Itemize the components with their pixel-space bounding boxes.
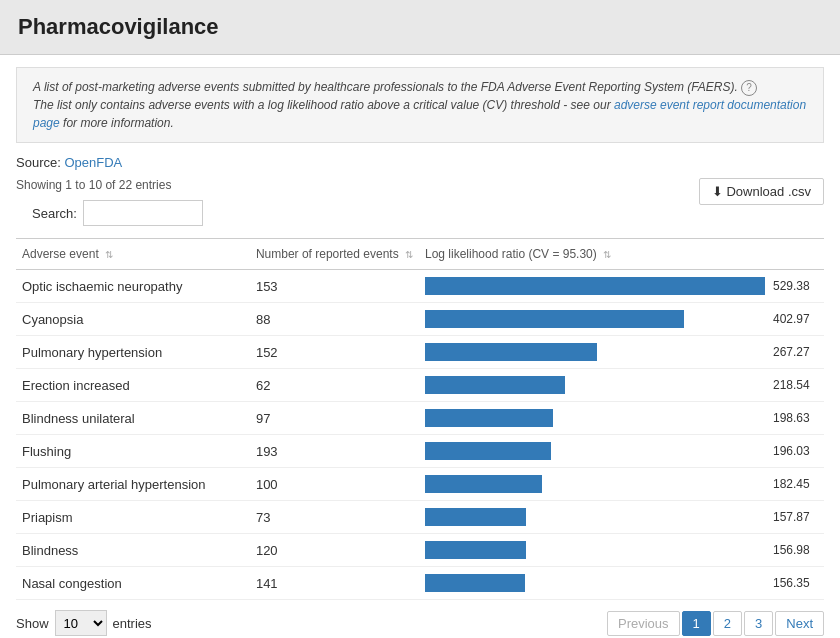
search-label: Search: — [32, 206, 77, 221]
table-row: Priapism73 157.87 — [16, 501, 824, 534]
event-count: 88 — [250, 303, 419, 336]
event-count: 97 — [250, 402, 419, 435]
event-count: 73 — [250, 501, 419, 534]
event-bar-cell: 198.63 — [419, 402, 824, 435]
adverse-events-table: Adverse event ⇅ Number of reported event… — [16, 238, 824, 600]
event-bar-cell: 529.38 — [419, 270, 824, 303]
event-bar-cell: 218.54 — [419, 369, 824, 402]
adverse-event-name: Blindness unilateral — [16, 402, 250, 435]
event-count: 141 — [250, 567, 419, 600]
adverse-event-name: Blindness — [16, 534, 250, 567]
adverse-event-name: Priapism — [16, 501, 250, 534]
table-row: Nasal congestion141 156.35 — [16, 567, 824, 600]
bar-value: 198.63 — [773, 411, 818, 425]
bar-value: 182.45 — [773, 477, 818, 491]
adverse-event-name: Nasal congestion — [16, 567, 250, 600]
event-count: 153 — [250, 270, 419, 303]
adverse-event-name: Pulmonary hypertension — [16, 336, 250, 369]
event-bar-cell: 157.87 — [419, 501, 824, 534]
page-3-button[interactable]: 3 — [744, 611, 773, 636]
event-bar-cell: 182.45 — [419, 468, 824, 501]
help-icon[interactable]: ? — [741, 80, 757, 96]
col-header-adverse[interactable]: Adverse event ⇅ — [16, 239, 250, 270]
source-label: Source: — [16, 155, 61, 170]
showing-text: Showing 1 to 10 of 22 entries — [16, 178, 219, 192]
source-line: Source: OpenFDA — [16, 155, 824, 170]
page-1-button[interactable]: 1 — [682, 611, 711, 636]
event-bar-cell: 402.97 — [419, 303, 824, 336]
source-link[interactable]: OpenFDA — [64, 155, 122, 170]
page-2-button[interactable]: 2 — [713, 611, 742, 636]
bar-value: 218.54 — [773, 378, 818, 392]
table-row: Erection increased62 218.54 — [16, 369, 824, 402]
adverse-event-name: Flushing — [16, 435, 250, 468]
page-header: Pharmacovigilance — [0, 0, 840, 55]
sort-icon-adverse: ⇅ — [105, 249, 113, 260]
entries-label: entries — [113, 616, 152, 631]
adverse-event-name: Cyanopsia — [16, 303, 250, 336]
adverse-event-name: Optic ischaemic neuropathy — [16, 270, 250, 303]
sort-icon-count: ⇅ — [405, 249, 413, 260]
bar-value: 156.35 — [773, 576, 818, 590]
table-row: Pulmonary arterial hypertension100 182.4… — [16, 468, 824, 501]
event-count: 100 — [250, 468, 419, 501]
event-bar-cell: 156.98 — [419, 534, 824, 567]
event-count: 62 — [250, 369, 419, 402]
col-header-count[interactable]: Number of reported events ⇅ — [250, 239, 419, 270]
show-select[interactable]: 102550100 — [55, 610, 107, 636]
event-count: 152 — [250, 336, 419, 369]
next-button[interactable]: Next — [775, 611, 824, 636]
previous-button[interactable]: Previous — [607, 611, 680, 636]
table-row: Cyanopsia88 402.97 — [16, 303, 824, 336]
event-count: 120 — [250, 534, 419, 567]
table-row: Blindness120 156.98 — [16, 534, 824, 567]
download-button[interactable]: ⬇ Download .csv — [699, 178, 824, 205]
table-row: Flushing193 196.03 — [16, 435, 824, 468]
info-text-1: A list of post-marketing adverse events … — [33, 80, 738, 94]
bar-value: 529.38 — [773, 279, 818, 293]
bar-value: 402.97 — [773, 312, 818, 326]
event-count: 193 — [250, 435, 419, 468]
bar-value: 267.27 — [773, 345, 818, 359]
table-row: Blindness unilateral97 198.63 — [16, 402, 824, 435]
bar-value: 196.03 — [773, 444, 818, 458]
info-text-3: for more information. — [63, 116, 174, 130]
col-header-bar[interactable]: Log likelihood ratio (CV = 95.30) ⇅ — [419, 239, 824, 270]
event-bar-cell: 267.27 — [419, 336, 824, 369]
bar-value: 157.87 — [773, 510, 818, 524]
event-bar-cell: 196.03 — [419, 435, 824, 468]
sort-icon-bar: ⇅ — [603, 249, 611, 260]
event-bar-cell: 156.35 — [419, 567, 824, 600]
info-box: A list of post-marketing adverse events … — [16, 67, 824, 143]
bar-value: 156.98 — [773, 543, 818, 557]
table-row: Optic ischaemic neuropathy153 529.38 — [16, 270, 824, 303]
search-input[interactable] — [83, 200, 203, 226]
page-title: Pharmacovigilance — [18, 14, 822, 40]
info-text-2: The list only contains adverse events wi… — [33, 98, 611, 112]
show-label: Show — [16, 616, 49, 631]
adverse-event-name: Pulmonary arterial hypertension — [16, 468, 250, 501]
table-row: Pulmonary hypertension152 267.27 — [16, 336, 824, 369]
pagination: Previous 1 2 3 Next — [607, 611, 824, 636]
adverse-event-name: Erection increased — [16, 369, 250, 402]
